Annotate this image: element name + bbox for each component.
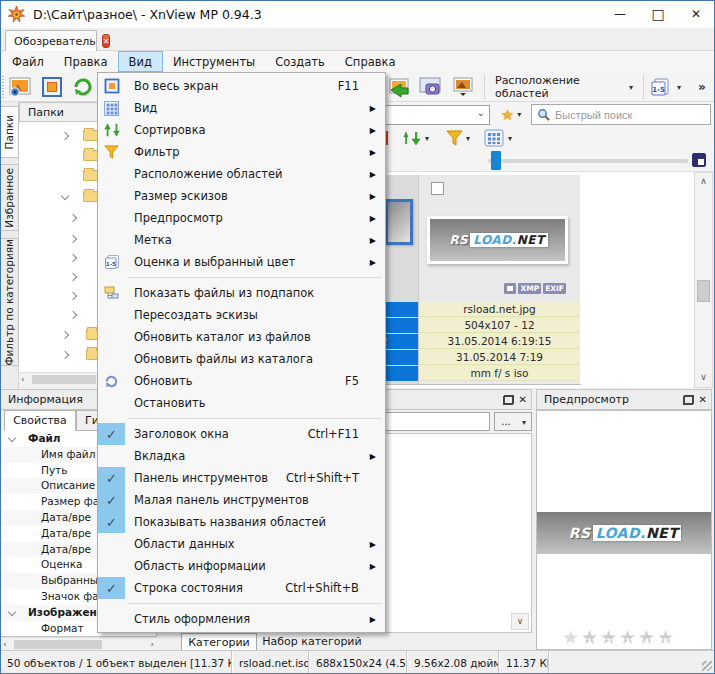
rating-filter-button[interactable]: 1-5 xyxy=(648,74,672,100)
menu-item-label[interactable]: Метка▶ xyxy=(98,229,385,251)
menu-item-stop[interactable]: Остановить xyxy=(98,392,385,414)
fullscreen-button[interactable] xyxy=(37,74,67,100)
menu-item-areas-layout[interactable]: Расположение областей▶ xyxy=(98,163,385,185)
scrollbar-thumb[interactable] xyxy=(697,280,710,302)
menu-item-rating-color[interactable]: 1-5 Оценка и выбранный цвет▶ xyxy=(98,251,385,273)
tab-browser[interactable]: Обозреватель ✕ xyxy=(5,30,97,51)
menu-item-preview[interactable]: Предпросмотр▶ xyxy=(98,207,385,229)
view-mode-dropdown[interactable]: ▾ xyxy=(508,128,512,148)
scrollbar-thumb[interactable] xyxy=(32,375,96,384)
close-button[interactable]: ✕ xyxy=(677,0,715,28)
tree-row[interactable] xyxy=(19,250,97,266)
expand-icon[interactable] xyxy=(69,273,77,281)
info-hscrollbar[interactable]: ‹ › xyxy=(1,637,156,650)
preview-image[interactable]: RSLOAD.NET xyxy=(537,512,711,554)
menu-item-filter[interactable]: Фильтр▶ xyxy=(98,141,385,163)
menu-item-show-subfolders[interactable]: Показать файлы из подпапок xyxy=(98,282,385,304)
menu-item-sorting[interactable]: Сортировка▶ xyxy=(98,119,385,141)
expand-icon[interactable] xyxy=(69,235,77,243)
expand-icon[interactable] xyxy=(61,331,69,339)
expand-icon[interactable] xyxy=(61,351,69,359)
tree-row[interactable] xyxy=(19,347,97,363)
browser-mode-button[interactable] xyxy=(5,74,35,100)
convert-button[interactable] xyxy=(385,74,413,100)
toolbar-overflow-button[interactable]: » xyxy=(692,74,712,100)
rating-quick-button[interactable]: ★ ▾ xyxy=(494,104,528,125)
menu-item-show-area-titles[interactable]: ✓ Показывать названия областей xyxy=(98,511,385,533)
menu-item-toolbar[interactable]: ✓ Панель инструментовCtrl+Shift+T xyxy=(98,467,385,489)
menu-view[interactable]: Вид xyxy=(118,51,163,72)
collapse-icon[interactable] xyxy=(61,192,69,200)
scroll-down-icon[interactable]: ∨ xyxy=(695,369,712,385)
tree-row[interactable] xyxy=(19,327,97,343)
thumbnail-image[interactable]: RSLOAD.NET xyxy=(427,216,568,264)
menu-tools[interactable]: Инструменты xyxy=(163,51,265,72)
panel-close-icon[interactable]: ✕ xyxy=(699,394,707,405)
scrollbar-thumb[interactable] xyxy=(14,640,102,649)
float-panel-icon[interactable] xyxy=(503,395,514,405)
sort-button[interactable] xyxy=(403,128,421,148)
combo-arrow-icon[interactable]: ⌄ xyxy=(477,107,485,118)
collapse-icon[interactable] xyxy=(8,608,16,616)
star-5-icon[interactable]: ★5 xyxy=(656,626,675,648)
expand-icon[interactable] xyxy=(69,254,77,262)
tree-row[interactable] xyxy=(19,210,97,226)
compact-view-icon[interactable] xyxy=(692,153,706,167)
quick-search-box[interactable] xyxy=(531,104,711,125)
menu-item-update-catalog-from-files[interactable]: Обновить каталог из файлов xyxy=(98,326,385,348)
scroll-left-icon[interactable]: ‹ xyxy=(3,638,7,650)
tree-row[interactable] xyxy=(19,269,97,285)
thumbnail-card[interactable]: RSLOAD.NET XMP EXIF rsload.net.jpg 504x1… xyxy=(419,175,580,385)
capture-button[interactable] xyxy=(416,74,444,100)
category-browse-dropdown[interactable]: ▾ xyxy=(517,412,532,431)
expand-icon[interactable] xyxy=(69,292,77,300)
minimize-button[interactable]: — xyxy=(601,0,639,28)
tab-close-icon[interactable]: ✕ xyxy=(102,34,111,48)
menu-item-rebuild-thumbnails[interactable]: Пересоздать эскизы xyxy=(98,304,385,326)
sidebar-tab-folders[interactable]: Папки xyxy=(0,106,19,158)
tab-categories[interactable]: Категории xyxy=(181,633,257,651)
view-mode-button[interactable] xyxy=(484,128,504,148)
tree-row[interactable] xyxy=(19,231,97,247)
browser-vscrollbar[interactable]: ∧ ∨ xyxy=(694,172,713,388)
star-3-icon[interactable]: ★3 xyxy=(618,626,637,648)
menu-item-tab[interactable]: Вкладка▶ xyxy=(98,445,385,467)
panel-close-icon[interactable]: ✕ xyxy=(519,394,527,405)
scroll-up-icon[interactable]: ∧ xyxy=(695,173,712,189)
maximize-button[interactable]: □ xyxy=(639,0,677,28)
thumbnail-size-slider-track[interactable] xyxy=(488,159,688,163)
menu-item-view[interactable]: Вид▶ xyxy=(98,97,385,119)
quick-search-input[interactable] xyxy=(555,109,695,121)
menu-item-update-files-from-catalog[interactable]: Обновить файлы из каталога xyxy=(98,348,385,370)
menu-create[interactable]: Создать xyxy=(265,51,335,72)
star-4-icon[interactable]: ★4 xyxy=(637,626,656,648)
slideshow-button[interactable] xyxy=(447,74,479,100)
rating-filter-dropdown[interactable]: ▾ xyxy=(672,74,686,100)
menu-item-data-areas[interactable]: Области данных▶ xyxy=(98,533,385,555)
tree-row[interactable] xyxy=(19,168,97,184)
scroll-down-icon[interactable]: ∨ xyxy=(511,613,529,630)
toolbar-grip[interactable] xyxy=(2,76,4,98)
tree-row[interactable] xyxy=(19,189,97,205)
tree-row[interactable] xyxy=(19,148,97,164)
expand-icon[interactable] xyxy=(69,311,77,319)
menu-item-window-title[interactable]: ✓ Заголовок окнаCtrl+F11 xyxy=(98,423,385,445)
tree-row[interactable] xyxy=(19,307,97,323)
refresh-button[interactable] xyxy=(69,74,97,100)
scroll-left-icon[interactable]: ‹ xyxy=(21,373,25,386)
expand-icon[interactable] xyxy=(61,132,69,140)
tree-row[interactable] xyxy=(19,128,97,144)
menu-item-fullscreen[interactable]: Во весь экранF11 xyxy=(98,75,385,97)
scroll-right-icon[interactable]: › xyxy=(150,638,154,650)
star-2-icon[interactable]: ★2 xyxy=(599,626,618,648)
menu-file[interactable]: Файл xyxy=(2,51,54,72)
selected-thumbnail-image[interactable] xyxy=(385,199,413,245)
tab-category-sets[interactable]: Набор категорий xyxy=(257,633,367,651)
menu-item-status-bar[interactable]: ✓ Строка состоянияCtrl+Shift+B xyxy=(98,577,385,599)
menu-item-style[interactable]: Стиль оформления▶ xyxy=(98,608,385,630)
menu-item-thumbnail-size[interactable]: Размер эскизов▶ xyxy=(98,185,385,207)
menu-item-small-toolbar[interactable]: ✓ Малая панель инструментов xyxy=(98,489,385,511)
thumbnail-size-slider-handle[interactable] xyxy=(491,151,501,170)
menu-item-refresh[interactable]: ОбновитьF5 xyxy=(98,370,385,392)
filter-dropdown[interactable]: ▾ xyxy=(466,128,470,148)
